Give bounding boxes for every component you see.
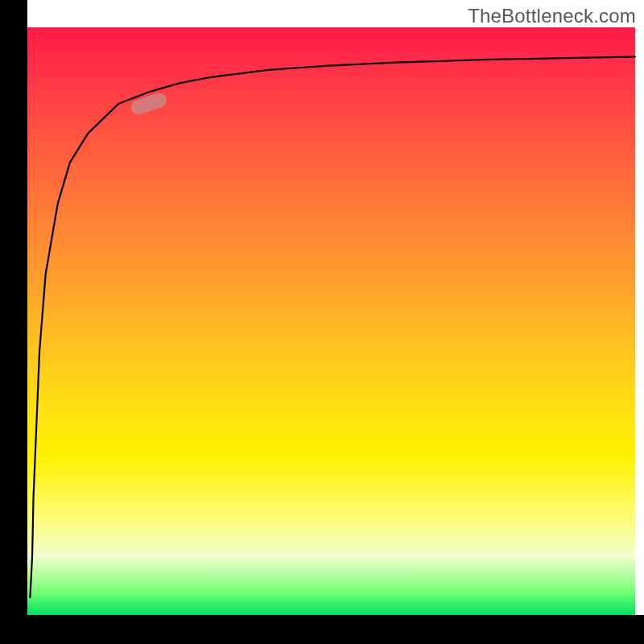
watermark-text: TheBottleneck.com	[468, 5, 636, 27]
y-axis-band	[0, 0, 27, 644]
chart-container: TheBottleneck.com	[0, 0, 644, 644]
plot-background-gradient	[27, 27, 635, 615]
x-axis-band	[0, 615, 644, 644]
